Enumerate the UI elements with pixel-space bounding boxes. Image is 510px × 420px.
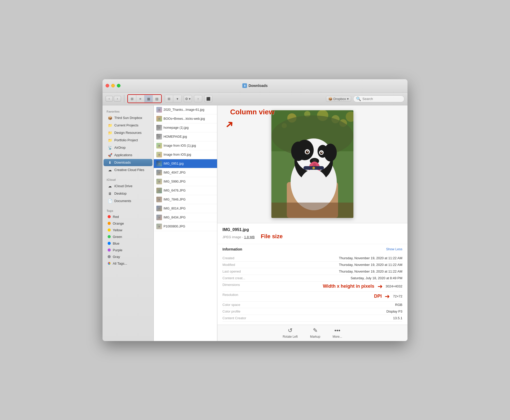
group-button[interactable]: ⊞ bbox=[165, 95, 173, 102]
file-item[interactable]: ▣ P1000800.JPG bbox=[154, 222, 217, 231]
close-button[interactable] bbox=[106, 84, 109, 87]
search-icon: 🔍 bbox=[356, 96, 361, 101]
file-item[interactable]: ▣ IMG_6476.JPG bbox=[154, 186, 217, 195]
sidebar-item-tag-yellow[interactable]: Yellow bbox=[104, 227, 152, 233]
file-name-label: IMG_7846.JPG bbox=[164, 198, 186, 201]
show-less-button[interactable]: Show Less bbox=[386, 247, 402, 251]
sidebar-item-label: iCloud Drive bbox=[114, 184, 132, 188]
more-label: More... bbox=[333, 335, 342, 338]
sidebar-item-label: Applications bbox=[114, 153, 132, 157]
sidebar-item-portfolio-project[interactable]: 📁 Portfolio Project bbox=[104, 137, 152, 144]
sidebar-item-creative-cloud[interactable]: ☁ Creative Cloud Files bbox=[104, 166, 152, 174]
more-button[interactable]: ••• More... bbox=[333, 327, 342, 338]
dims-annotation-label: Width x height in pixels bbox=[323, 284, 374, 289]
sidebar-item-icloud-drive[interactable]: ☁ iCloud Drive bbox=[104, 183, 152, 190]
bottom-toolbar: ↺ Rotate Left ✎ Markup ••• More... bbox=[217, 325, 407, 341]
sidebar-item-third-sun-dropbox[interactable]: 📦 Third Sun Dropbox bbox=[104, 114, 152, 122]
dropbox-button[interactable]: 📦 Dropbox ▾ bbox=[326, 96, 351, 102]
info-row-color-space: Color space RGB bbox=[222, 302, 402, 308]
preview-panel: Column view ➜ bbox=[217, 105, 407, 341]
dimensions-value: 3024×4032 bbox=[386, 284, 402, 288]
sidebar-item-applications[interactable]: 🚀 Applications bbox=[104, 152, 152, 159]
file-thumbnail: ▣ bbox=[156, 224, 162, 229]
sidebar-item-all-tags[interactable]: All Tags... bbox=[104, 260, 152, 267]
rotate-left-label: Rotate Left bbox=[283, 335, 298, 338]
info-row-last-opened: Last opened Thursday, November 19, 2020 … bbox=[222, 268, 402, 275]
svg-point-25 bbox=[312, 159, 317, 162]
file-item-selected[interactable]: ▣ IMG_0951.jpg bbox=[154, 159, 217, 168]
sidebar-item-current-projects[interactable]: 📁 Current Projects bbox=[104, 122, 152, 129]
settings-button[interactable]: ⚙ ▾ bbox=[184, 95, 192, 102]
yellow-tag-dot bbox=[108, 228, 111, 232]
share-button[interactable]: ↑ bbox=[194, 95, 202, 102]
sidebar-item-tag-purple[interactable]: Purple bbox=[104, 247, 152, 253]
icon-view-button[interactable]: ⊞ bbox=[128, 95, 136, 102]
sidebar-item-desktop[interactable]: 🖥 Desktop bbox=[104, 190, 152, 197]
tag-button[interactable]: ⬛ bbox=[204, 95, 212, 102]
file-thumbnail: ▣ bbox=[156, 143, 162, 148]
list-view-button[interactable]: ≡ bbox=[136, 95, 145, 102]
file-item[interactable]: ▣ IMG_8014.JPG bbox=[154, 204, 217, 213]
info-label: Color profile bbox=[222, 309, 263, 313]
sidebar-item-label: Desktop bbox=[114, 192, 127, 195]
sidebar-item-label: Yellow bbox=[113, 228, 122, 232]
file-item[interactable]: ▣ homepage (1).jpg bbox=[154, 123, 217, 132]
file-name-label: P1000800.JPG bbox=[164, 225, 185, 228]
file-info-panel: IMG_0951.jpg JPEG image - 1.8 MB File si… bbox=[217, 223, 407, 244]
file-item[interactable]: ▣ BOOs+Brews...kicks-web.jpg bbox=[154, 114, 217, 123]
file-item[interactable]: ▣ IMG_8434.JPG bbox=[154, 213, 217, 222]
info-row-color-profile: Color profile Display P3 bbox=[222, 308, 402, 315]
file-item[interactable]: ▣ 2020_Thanks...Image-61.jpg bbox=[154, 105, 217, 114]
sidebar-item-tag-green[interactable]: Green bbox=[104, 234, 152, 240]
file-name-label: homepage (1).jpg bbox=[164, 126, 189, 129]
file-size-annotation-label: File size bbox=[261, 233, 283, 239]
sidebar-item-tag-blue[interactable]: Blue bbox=[104, 240, 152, 247]
annotation-arrow-icon: ➜ bbox=[222, 117, 237, 131]
blue-tag-dot bbox=[108, 242, 111, 245]
sidebar-item-downloads[interactable]: ⬇ Downloads bbox=[104, 159, 152, 166]
gallery-view-button[interactable]: ▤ bbox=[153, 95, 161, 102]
dropbox-chevron-icon: ▾ bbox=[347, 97, 349, 101]
file-item[interactable]: ▣ IMG_4047.JPG bbox=[154, 168, 217, 177]
file-meta: JPEG image - 1.8 MB File size bbox=[222, 233, 402, 240]
file-item[interactable]: ▣ Image from iOS.jpg bbox=[154, 150, 217, 159]
info-row-created: Created Thursday, November 19, 2020 at 1… bbox=[222, 255, 402, 262]
minimize-button[interactable] bbox=[111, 84, 115, 87]
documents-icon: 📄 bbox=[108, 199, 112, 203]
svg-point-16 bbox=[291, 142, 305, 161]
search-input[interactable] bbox=[362, 97, 402, 101]
forward-button[interactable]: › bbox=[114, 96, 121, 102]
search-box[interactable]: 🔍 bbox=[353, 95, 404, 102]
file-item[interactable]: ▣ Image from iOS (1).jpg bbox=[154, 141, 217, 150]
rotate-left-button[interactable]: ↺ Rotate Left bbox=[283, 327, 298, 338]
info-value: Thursday, November 19, 2020 at 11:22 AM bbox=[263, 263, 402, 267]
info-value: Thursday, November 19, 2020 at 11:22 AM bbox=[263, 269, 402, 273]
finder-window: ⬇ Downloads ‹ › ⊞ ≡ ▦ ▤ ⊞ ▾ ⚙ ▾ ↑ ⬛ 📦 Dr… bbox=[103, 79, 407, 341]
sidebar-item-tag-orange[interactable]: Orange bbox=[104, 220, 152, 227]
sidebar-item-documents[interactable]: 📄 Documents bbox=[104, 197, 152, 205]
file-thumbnail: ▣ bbox=[156, 188, 162, 193]
column-view-button[interactable]: ▦ bbox=[145, 95, 153, 102]
file-item[interactable]: ▣ IMG_5990.JPG bbox=[154, 177, 217, 186]
sidebar-item-design-resources[interactable]: 📁 Design Resources bbox=[104, 129, 152, 136]
back-button[interactable]: ‹ bbox=[106, 96, 113, 102]
airdrop-icon: 📡 bbox=[108, 145, 112, 150]
group-dropdown-button[interactable]: ▾ bbox=[173, 95, 181, 102]
fullscreen-button[interactable] bbox=[117, 84, 120, 87]
file-item[interactable]: ▣ IMG_7846.JPG bbox=[154, 195, 217, 204]
markup-button[interactable]: ✎ Markup bbox=[310, 327, 320, 338]
file-name-label: HOMEPAGE.jpg bbox=[164, 135, 187, 138]
rotate-left-icon: ↺ bbox=[288, 327, 292, 334]
sidebar-item-label: Red bbox=[113, 215, 119, 219]
sidebar-item-airdrop[interactable]: 📡 AirDrop bbox=[104, 144, 152, 151]
sidebar-item-tag-red[interactable]: Red bbox=[104, 214, 152, 220]
purple-tag-dot bbox=[108, 248, 111, 252]
info-row-resolution: Resolution DPI ➜ 72×72 bbox=[222, 292, 402, 302]
sidebar-item-tag-gray[interactable]: Gray bbox=[104, 254, 152, 260]
sidebar: Favorites 📦 Third Sun Dropbox 📁 Current … bbox=[103, 105, 154, 341]
file-thumbnail: ▣ bbox=[156, 107, 162, 113]
file-item[interactable]: ▣ HOMEPAGE.jpg bbox=[154, 132, 217, 141]
file-name-label: IMG_8014.JPG bbox=[164, 207, 186, 210]
file-name-label: BOOs+Brews...kicks-web.jpg bbox=[164, 117, 205, 121]
sidebar-item-label: Gray bbox=[113, 255, 120, 259]
